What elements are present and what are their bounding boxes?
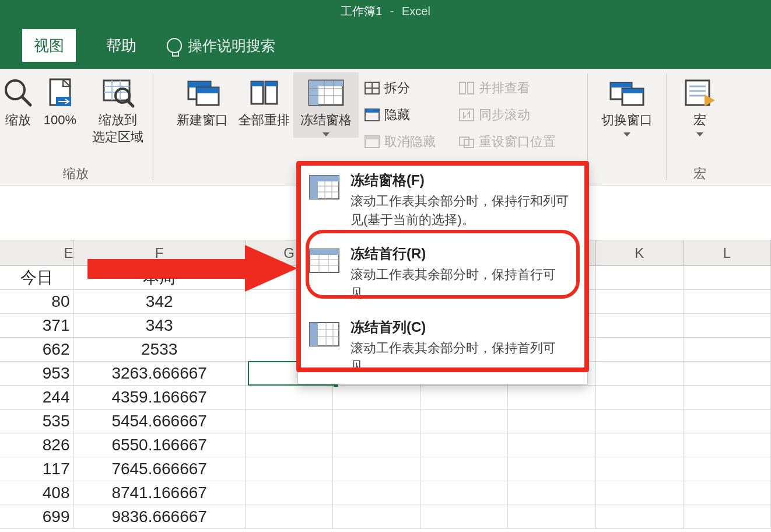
cell[interactable] (246, 410, 333, 433)
svg-line-11 (127, 100, 133, 106)
freeze-top-row-title: 冻结首行(R) (351, 244, 578, 263)
cell[interactable]: 244 (0, 386, 74, 410)
macros-button[interactable]: 宏 (671, 72, 729, 138)
cell[interactable] (684, 362, 771, 386)
arrange-all-button[interactable]: 全部重排 (236, 72, 292, 130)
tab-help[interactable]: 帮助 (94, 29, 148, 62)
cell[interactable]: 2533 (74, 338, 246, 362)
cell[interactable] (508, 386, 595, 410)
cell[interactable] (508, 481, 595, 505)
cell[interactable] (246, 433, 333, 457)
cell[interactable] (684, 505, 771, 529)
cell[interactable] (420, 457, 508, 481)
cell[interactable] (246, 505, 333, 529)
cell[interactable] (684, 338, 771, 362)
col-header-K[interactable]: K (596, 240, 684, 265)
lightbulb-icon (167, 38, 182, 53)
cell[interactable] (508, 433, 595, 457)
svg-rect-31 (365, 109, 379, 113)
cell[interactable]: 371 (0, 314, 74, 338)
freeze-panes-icon (307, 76, 345, 110)
col-header-E[interactable]: E (0, 240, 73, 265)
cell[interactable] (420, 433, 508, 457)
freeze-panes-option[interactable]: 冻结窗格(F) 滚动工作表其余部分时，保持行和列可见(基于当前的选择)。 (298, 164, 587, 237)
table-row: 1177645.666667 (0, 457, 771, 481)
col-header-F[interactable]: F (73, 240, 245, 265)
cell[interactable] (596, 481, 684, 505)
cell[interactable] (684, 290, 771, 314)
cell[interactable] (684, 457, 771, 481)
cell[interactable] (420, 410, 508, 433)
cell[interactable] (508, 410, 595, 433)
cell[interactable] (596, 386, 684, 410)
cell[interactable]: 80 (0, 290, 74, 314)
zoom-to-selection-button[interactable]: 缩放到选定区域 (86, 72, 150, 146)
freeze-panes-desc: 滚动工作表其余部分时，保持行和列可见(基于当前的选择)。 (351, 192, 578, 229)
zoom-button[interactable]: 缩放 (2, 72, 34, 130)
magnifier-icon (3, 76, 33, 110)
freeze-panes-button[interactable]: 冻结窗格 (293, 72, 359, 138)
cell[interactable]: 662 (0, 338, 74, 362)
cell[interactable] (596, 410, 684, 433)
switch-windows-button[interactable]: 切换窗口 (592, 72, 662, 138)
table-row: 5355454.666667 (0, 410, 771, 433)
tell-me-search[interactable]: 操作说明搜索 (167, 36, 275, 55)
cell[interactable]: 5454.666667 (74, 410, 246, 433)
cell[interactable] (246, 386, 333, 410)
cell[interactable] (333, 433, 420, 457)
hide-button[interactable]: 隐藏 (360, 103, 453, 127)
cell[interactable] (333, 481, 420, 505)
cell[interactable]: 535 (0, 410, 74, 433)
cell[interactable] (596, 505, 684, 529)
cell[interactable]: 本周 (74, 266, 246, 290)
cell[interactable] (596, 314, 684, 338)
cell[interactable] (420, 481, 508, 505)
cell[interactable]: 342 (74, 290, 246, 314)
cell[interactable] (596, 433, 684, 457)
cell[interactable]: 699 (0, 505, 74, 529)
cell[interactable] (596, 290, 684, 314)
cell[interactable] (596, 457, 684, 481)
freeze-first-column-option[interactable]: 冻结首列(C) 滚动工作表其余部分时，保持首列可见。 (298, 311, 587, 384)
cell[interactable] (684, 433, 771, 457)
cell[interactable] (333, 505, 420, 529)
cell[interactable]: 953 (0, 362, 74, 386)
cell[interactable] (333, 386, 420, 410)
cell[interactable]: 826 (0, 433, 74, 457)
cell[interactable] (596, 362, 684, 386)
tab-view[interactable]: 视图 (22, 29, 76, 62)
split-button[interactable]: 拆分 (360, 76, 453, 100)
new-window-button[interactable]: 新建窗口 (170, 72, 235, 130)
unhide-button: 取消隐藏 (360, 130, 453, 154)
cell[interactable]: 4359.166667 (74, 386, 246, 410)
cell[interactable] (684, 314, 771, 338)
cell[interactable] (246, 457, 333, 481)
cell[interactable] (508, 505, 595, 529)
cell[interactable] (420, 505, 508, 529)
zoom-100-button[interactable]: 100% (36, 72, 85, 130)
cell[interactable]: 343 (74, 314, 246, 338)
cell[interactable] (684, 386, 771, 410)
cell[interactable] (596, 266, 684, 290)
cell[interactable] (684, 266, 771, 290)
svg-rect-50 (310, 176, 318, 199)
cell[interactable]: 7645.666667 (74, 457, 246, 481)
cell[interactable] (684, 410, 771, 433)
cell[interactable] (684, 481, 771, 505)
freeze-top-row-option[interactable]: 冻结首行(R) 滚动工作表其余部分时，保持首行可见。 (298, 237, 587, 311)
cell[interactable] (596, 338, 684, 362)
cell[interactable]: 408 (0, 481, 74, 505)
cell[interactable]: 3263.666667 (74, 362, 246, 386)
cell[interactable]: 117 (0, 457, 74, 481)
cell[interactable] (333, 457, 420, 481)
cell[interactable] (508, 457, 595, 481)
cell[interactable]: 8741.166667 (74, 481, 246, 505)
cell[interactable]: 今日 (0, 266, 74, 290)
cell[interactable]: 9836.666667 (74, 505, 246, 529)
cell[interactable] (420, 386, 508, 410)
cell[interactable] (333, 410, 420, 433)
cell[interactable] (246, 481, 333, 505)
cell[interactable]: 6550.166667 (74, 433, 246, 457)
table-row: 8266550.166667 (0, 433, 771, 457)
col-header-L[interactable]: L (684, 240, 771, 265)
